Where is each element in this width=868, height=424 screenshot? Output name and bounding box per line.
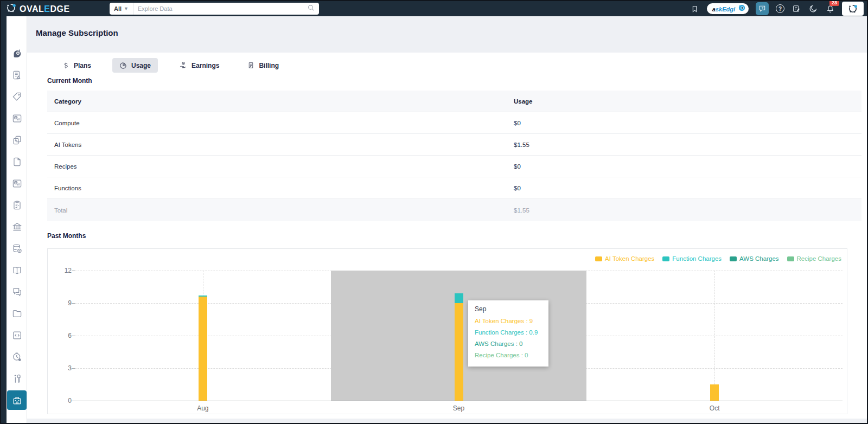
sidebar-item-projects-folder[interactable] — [7, 304, 27, 323]
sidebar-item-subscription-building[interactable] — [7, 390, 27, 410]
feedback-chat-icon[interactable] — [756, 2, 769, 15]
sidebar-item-copies[interactable] — [7, 130, 27, 150]
legend-swatch — [595, 256, 602, 261]
search-input[interactable] — [133, 5, 308, 12]
askedgi-button[interactable]: aaskEdgiskEdgi — [707, 3, 749, 14]
column-header-usage: Usage — [514, 98, 861, 105]
notifications-bell-icon[interactable]: 23 — [825, 4, 835, 14]
job-scheduler-icon — [12, 352, 22, 362]
sidebar-item-usage-dashboard[interactable] — [7, 108, 27, 128]
table-row-ai-tokens: AI Tokens $1.55 — [47, 134, 861, 156]
sidebar-item-data-story[interactable] — [7, 65, 27, 85]
askedgi-robot-icon — [738, 4, 746, 14]
usage-table-header: Category Usage — [47, 91, 861, 112]
legend-item-Recipe Charges[interactable]: Recipe Charges — [787, 255, 841, 262]
left-sidebar — [1, 16, 27, 423]
sidebar-item-checklist[interactable] — [7, 195, 27, 215]
bar-Aug-Function Charges[interactable] — [199, 295, 207, 297]
governance-bank-icon — [12, 222, 22, 232]
search-icon[interactable] — [308, 4, 315, 14]
askedgi-label: aaskEdgiskEdgi — [712, 4, 735, 14]
askedgi-robot-icon — [12, 48, 22, 59]
x-axis-label-Aug: Aug — [75, 404, 331, 412]
subscription-tabs: Plans Usage Earnings — [55, 58, 286, 73]
sidebar-item-admin-tools[interactable] — [7, 369, 27, 388]
admin-tools-icon — [12, 374, 22, 384]
past-months-title: Past Months — [47, 232, 86, 240]
column-header-category: Category — [47, 98, 514, 105]
chart-legend: AI Token ChargesFunction ChargesAWS Char… — [595, 255, 841, 262]
bar-Oct-AI Token Charges[interactable] — [710, 384, 719, 401]
current-month-title: Current Month — [47, 77, 92, 85]
page-title: Manage Subscription — [36, 28, 118, 37]
profile-avatar[interactable] — [842, 2, 864, 16]
bar-Aug-AI Token Charges[interactable] — [199, 297, 207, 401]
checklist-icon — [12, 200, 22, 210]
y-tick-label: 3 — [50, 364, 72, 372]
y-tick-label: 6 — [50, 332, 72, 339]
sidebar-item-documents[interactable] — [7, 152, 27, 171]
sidebar-item-data-sources[interactable] — [7, 239, 27, 258]
y-tick-mark — [72, 271, 75, 271]
sidebar-rail — [1, 16, 7, 423]
sidebar-item-job-scheduler[interactable] — [7, 347, 27, 367]
data-story-icon — [12, 70, 22, 80]
usage-table: Category Usage Compute $0 AI Tokens $1.5… — [47, 91, 861, 221]
tooltip-line: AWS Charges : 0 — [475, 341, 542, 347]
legend-swatch — [662, 256, 669, 261]
table-row-total: Total $1.55 — [47, 199, 861, 221]
sidebar-item-collaboration-chat[interactable] — [7, 282, 27, 301]
billing-receipt-icon — [247, 61, 254, 69]
y-tick-mark — [72, 303, 75, 304]
collaboration-chat-icon — [12, 287, 22, 297]
legend-item-Function Charges[interactable]: Function Charges — [662, 255, 722, 262]
sidebar-item-askedgi-robot[interactable] — [7, 43, 27, 63]
pie-chart-icon — [119, 62, 127, 69]
sidebar-item-reports-dashboard[interactable] — [7, 174, 27, 193]
business-glossary-icon — [12, 265, 22, 275]
global-search: All▼ — [110, 3, 319, 15]
sidebar-item-query-sheet[interactable] — [7, 325, 27, 345]
bookmark-icon[interactable] — [690, 4, 700, 14]
search-scope-dropdown[interactable]: All▼ — [110, 3, 133, 15]
subscription-card: Plans Usage Earnings — [27, 53, 867, 419]
navbar-actions: aaskEdgiskEdgi ? 23 — [690, 1, 864, 16]
y-tick-label: 9 — [50, 299, 72, 307]
tab-billing[interactable]: Billing — [240, 58, 286, 73]
tooltip-line: Function Charges : 0.9 — [475, 329, 542, 336]
sidebar-item-business-glossary[interactable] — [7, 260, 27, 280]
help-icon[interactable]: ? — [776, 4, 784, 13]
notification-badge: 23 — [829, 0, 839, 6]
chart-tooltip: SepAI Token Charges : 9Function Charges … — [468, 300, 548, 367]
table-row-recipes: Recipes $0 — [47, 156, 861, 177]
legend-item-AWS Charges[interactable]: AWS Charges — [730, 255, 778, 262]
legend-item-AI Token Charges[interactable]: AI Token Charges — [595, 255, 654, 262]
dark-mode-moon-icon[interactable] — [808, 4, 818, 14]
usage-dashboard-icon — [12, 113, 22, 124]
chevron-down-icon: ▼ — [124, 6, 129, 11]
past-months-chart: AI Token ChargesFunction ChargesAWS Char… — [47, 248, 847, 414]
release-notes-icon[interactable] — [792, 4, 801, 14]
y-tick-label: 12 — [50, 267, 72, 274]
dollar-icon — [62, 62, 69, 69]
tooltip-line: Recipe Charges : 0 — [475, 352, 542, 358]
reports-dashboard-icon — [12, 178, 22, 189]
sidebar-item-tags[interactable] — [7, 87, 27, 106]
bar-Sep-AI Token Charges[interactable] — [455, 303, 463, 401]
ovaledge-logo-icon — [5, 2, 17, 16]
x-axis-line — [75, 401, 843, 401]
category-guide-line — [714, 271, 715, 401]
bar-Sep-Function Charges[interactable] — [455, 293, 463, 303]
logo-wordmark: OVALEDGE — [20, 4, 70, 14]
y-tick-label: 0 — [50, 397, 72, 404]
ovaledge-logo[interactable]: OVALEDGE — [5, 2, 70, 16]
tab-plans[interactable]: Plans — [55, 58, 98, 73]
app-window: OVALEDGE All▼ aaskEdgiskEdgi — [0, 0, 868, 424]
tab-usage[interactable]: Usage — [112, 58, 158, 73]
sidebar-item-governance-bank[interactable] — [7, 217, 27, 236]
tooltip-line: AI Token Charges : 9 — [475, 318, 542, 324]
legend-swatch — [787, 256, 794, 261]
x-axis-label-Sep: Sep — [331, 404, 587, 412]
tab-earnings[interactable]: Earnings — [172, 58, 226, 73]
table-row-compute: Compute $0 — [47, 112, 861, 134]
